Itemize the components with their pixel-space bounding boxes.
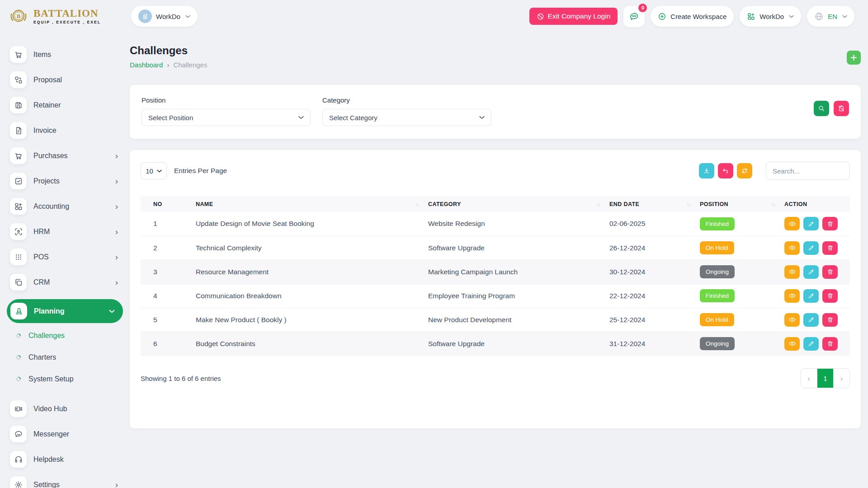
entries-per-page-select[interactable]: 10 (141, 162, 167, 179)
sidebar-subitem-challenges[interactable]: Challenges (16, 329, 120, 343)
position-select[interactable]: Select Position (142, 109, 311, 126)
sidebar-item-retainer[interactable]: Retainer (10, 97, 120, 113)
view-button[interactable] (784, 337, 800, 351)
language-menu[interactable]: EN (807, 6, 854, 27)
challenges-table: NO NAME↑↓ CATEGORY↑↓ END DATE↑↓ POSITION… (141, 196, 850, 356)
view-button[interactable] (784, 265, 800, 279)
traffic-cone-icon (10, 303, 27, 319)
column-header-name[interactable]: NAME↑↓ (196, 196, 428, 212)
cell-name: Communication Breakdown (196, 284, 428, 308)
gear-icon (10, 476, 27, 488)
create-workspace-button[interactable]: Create Workspace (651, 6, 734, 27)
edit-button[interactable] (803, 289, 819, 303)
pagination-prev-button[interactable]: ‹ (801, 369, 817, 388)
sidebar-item-video-hub[interactable]: Video Hub (10, 400, 120, 417)
chevron-down-icon (185, 15, 190, 18)
table-search-input[interactable] (766, 162, 850, 180)
eye-icon (788, 292, 796, 300)
sidebar-item-projects[interactable]: Projects › (10, 173, 120, 189)
pencil-icon (808, 221, 815, 227)
sidebar-subitem-charters[interactable]: Charters (16, 351, 120, 364)
chevron-right-icon: › (115, 202, 120, 211)
sidebar-item-settings[interactable]: Settings › (10, 476, 120, 488)
workspace-switcher[interactable]: WorkDo (131, 6, 198, 27)
cell-category: New Product Development (428, 308, 609, 332)
chat-bubble-icon (629, 11, 639, 22)
delete-button[interactable] (822, 313, 838, 327)
copy-icon (10, 274, 27, 291)
edit-button[interactable] (803, 265, 819, 279)
brand-tagline: EQUIP , EXECUTE , EXEL (33, 20, 101, 24)
cell-end-date: 31-12-2024 (609, 332, 700, 356)
edit-button[interactable] (803, 217, 819, 230)
cell-actions (784, 236, 850, 260)
reset-filter-button[interactable] (834, 101, 849, 116)
pagination-page-1[interactable]: 1 (817, 369, 833, 388)
column-header-category[interactable]: CATEGORY↑↓ (428, 196, 609, 212)
trash-icon (827, 221, 834, 227)
delete-button[interactable] (822, 337, 838, 351)
brand-name: BATTALION (33, 8, 101, 19)
sidebar-item-purchases[interactable]: Purchases › (10, 147, 120, 164)
position-badge: Ongoing (700, 337, 735, 350)
sidebar-item-messenger[interactable]: Messenger (10, 426, 120, 442)
pagination-next-button[interactable]: › (833, 369, 849, 388)
sidebar-item-items[interactable]: Items (10, 46, 120, 63)
sidebar-item-proposal[interactable]: Proposal (10, 71, 120, 88)
delete-button[interactable] (822, 265, 838, 279)
brand-logo[interactable]: B BATTALION EQUIP , EXECUTE , EXEL (8, 6, 101, 27)
refresh-icon (741, 167, 748, 174)
chevron-down-icon (479, 116, 485, 119)
sidebar-item-helpdesk[interactable]: Helpdesk (10, 451, 120, 468)
column-header-position[interactable]: POSITION↑↓ (700, 196, 784, 212)
column-header-no[interactable]: NO (141, 196, 196, 212)
sidebar-item-pos[interactable]: POS › (10, 249, 120, 265)
apply-filter-button[interactable] (814, 101, 829, 116)
export-button[interactable] (699, 163, 714, 178)
trash-icon (827, 292, 834, 299)
exit-company-login-button[interactable]: Exit Company Login (529, 8, 618, 25)
cell-position: Finished (700, 284, 784, 308)
delete-button[interactable] (822, 217, 838, 230)
breadcrumb-separator-icon: › (167, 61, 169, 69)
sidebar-item-crm[interactable]: CRM › (10, 274, 120, 291)
cell-position: On Hold (700, 308, 784, 332)
sidebar-item-hrm[interactable]: HRM › (10, 223, 120, 240)
sidebar-item-accounting[interactable]: Accounting › (10, 198, 120, 215)
view-button[interactable] (784, 289, 800, 303)
edit-button[interactable] (803, 241, 819, 255)
eye-icon (788, 340, 796, 347)
add-challenge-button[interactable] (847, 51, 861, 65)
column-header-end-date[interactable]: END DATE↑↓ (609, 196, 700, 212)
topbar-actions: Exit Company Login 0 Create Workspace Wo… (529, 6, 854, 27)
category-select[interactable]: Select Category (322, 109, 491, 126)
cell-position: Ongoing (700, 260, 784, 284)
pencil-icon (808, 292, 815, 299)
workdo-apps-menu[interactable]: WorkDo (740, 6, 801, 27)
edit-button[interactable] (803, 337, 819, 351)
cell-actions (784, 260, 850, 284)
sidebar-subitem-system-setup[interactable]: System Setup (16, 372, 120, 386)
save-icon (10, 97, 27, 113)
sidebar-item-invoice[interactable]: Invoice (10, 122, 120, 139)
breadcrumb-dashboard-link[interactable]: Dashboard (130, 61, 163, 69)
cell-actions (784, 212, 850, 236)
table-row: 3 Resource Management Marketing Campaign… (141, 260, 850, 284)
view-button[interactable] (784, 217, 800, 230)
view-button[interactable] (784, 313, 800, 327)
undo-button[interactable] (718, 163, 733, 178)
page-title: Challenges (130, 44, 861, 57)
table-toolbar: 10 Entries Per Page (141, 162, 850, 180)
globe-icon (814, 12, 824, 21)
delete-button[interactable] (822, 289, 838, 303)
cell-name: Make New Product ( Bookly ) (196, 308, 428, 332)
edit-button[interactable] (803, 313, 819, 327)
messages-button[interactable]: 0 (623, 6, 645, 27)
cell-position: Ongoing (700, 332, 784, 356)
chevron-right-icon: › (115, 227, 120, 236)
chevron-right-icon: › (115, 278, 120, 286)
sidebar-item-planning[interactable]: Planning (7, 299, 123, 323)
refresh-button[interactable] (737, 163, 752, 178)
delete-button[interactable] (822, 241, 838, 255)
view-button[interactable] (784, 241, 800, 255)
